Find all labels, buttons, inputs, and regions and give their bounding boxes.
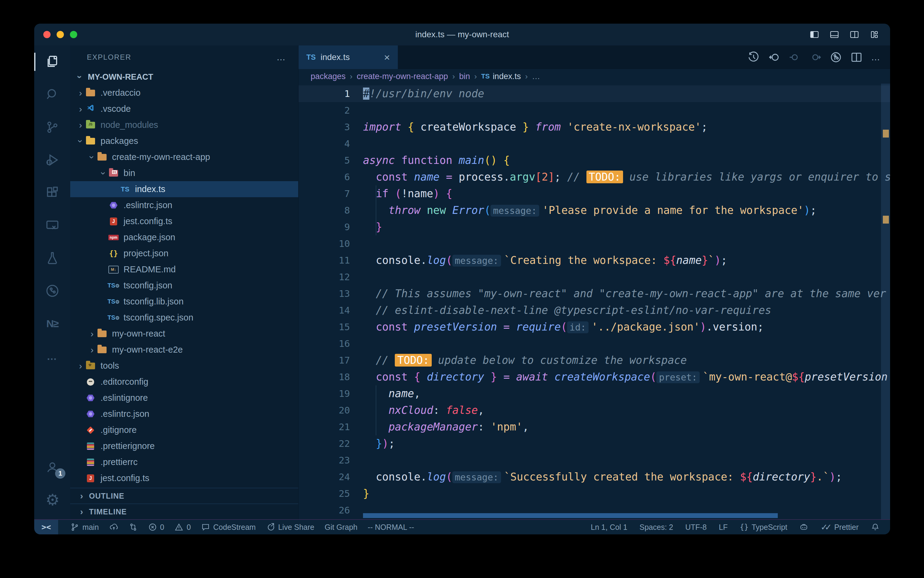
git-graph-status[interactable]: Git Graph [325, 523, 357, 532]
activity-more-views[interactable]: … [34, 340, 70, 373]
tree-item-.vscode[interactable]: ›.vscode [70, 101, 298, 117]
warnings-status[interactable]: 0 [175, 523, 191, 532]
tree-item-.eslintrc.json[interactable]: .eslintrc.json [70, 197, 298, 213]
code-line[interactable]: 10 [298, 235, 890, 252]
indentation-status[interactable]: Spaces: 2 [639, 523, 673, 532]
activity-extensions[interactable] [34, 176, 70, 209]
remote-indicator[interactable]: >< [34, 520, 58, 534]
tab-index-ts[interactable]: TS index.ts × [298, 45, 398, 69]
tree-item-create-my-own-react-app[interactable]: ›create-my-own-react-app [70, 149, 298, 165]
code-line[interactable]: 8 throw new Error(message:'Please provid… [298, 202, 890, 219]
tree-item-bin[interactable]: ›01bin [70, 165, 298, 181]
tree-item-jest.config.ts[interactable]: Jjest.config.ts [70, 470, 298, 486]
timeline-section-header[interactable]: › TIMELINE [70, 503, 298, 519]
code-line[interactable]: 3import { createWorkspace } from 'create… [298, 119, 890, 135]
tree-item-.verdaccio[interactable]: ›.verdaccio [70, 85, 298, 101]
code-line[interactable]: 25} [298, 485, 890, 502]
encoding-status[interactable]: UTF-8 [685, 523, 707, 532]
tree-item-readme.md[interactable]: M↓README.md [70, 261, 298, 278]
activity-run-and-debug[interactable] [34, 144, 70, 176]
tree-item-package.json[interactable]: npmpackage.json [70, 229, 298, 245]
code-line[interactable]: 16 [298, 335, 890, 352]
activity-gitlens[interactable] [34, 274, 70, 307]
tree-item-tools[interactable]: ›⚒tools [70, 358, 298, 374]
code-editor[interactable]: 1#!/usr/bin/env node23import { createWor… [298, 84, 890, 519]
code-line[interactable]: 7 if (!name) { [298, 185, 890, 202]
activity-search[interactable] [34, 78, 70, 111]
toggle-sidebar-icon[interactable] [809, 30, 820, 39]
activity-settings[interactable]: ⚙ [34, 484, 70, 516]
code-line[interactable]: 9 } [298, 219, 890, 235]
activity-remote-explorer[interactable] [34, 209, 70, 242]
language-status[interactable]: {}TypeScript [740, 523, 787, 532]
errors-status[interactable]: 0 [148, 523, 164, 532]
breadcrumb-item--[interactable]: … [532, 72, 540, 81]
split-editor-icon[interactable] [850, 51, 863, 63]
tree-item-.gitignore[interactable]: .gitignore [70, 422, 298, 438]
code-line[interactable]: 13 // This assumes "my-own-react" and "c… [298, 285, 890, 302]
live-share-status[interactable]: Live Share [266, 523, 315, 532]
tree-item-.eslintignore[interactable]: .eslintignore [70, 390, 298, 406]
close-tab-icon[interactable]: × [384, 52, 390, 63]
code-line[interactable]: 15 const presetVersion = require(id:'../… [298, 319, 890, 335]
breadcrumb-item-index.ts[interactable]: TSindex.ts [481, 72, 521, 81]
cursor-position[interactable]: Ln 1, Col 1 [591, 523, 627, 532]
activity-explorer[interactable] [34, 45, 70, 78]
tree-item-my-own-react[interactable]: ›my-own-react [70, 326, 298, 342]
code-line[interactable]: 2 [298, 102, 890, 119]
breadcrumb-item-create-my-own-react-app[interactable]: create-my-own-react-app [357, 72, 448, 81]
code-line[interactable]: 5async function main() { [298, 152, 890, 169]
customize-layout-icon[interactable] [869, 30, 880, 39]
git-compare-status[interactable] [129, 523, 138, 532]
outline-section-header[interactable]: › OUTLINE [70, 488, 298, 503]
breadcrumb-item-packages[interactable]: packages [311, 72, 346, 81]
activity-accounts[interactable]: 1 [34, 451, 70, 484]
code-line[interactable]: 17 // TODO: update below to customize th… [298, 352, 890, 369]
tree-item-tsconfig.json[interactable]: TS⚙tsconfig.json [70, 278, 298, 294]
code-line[interactable]: 18 const { directory } = await createWor… [298, 369, 890, 385]
prettier-status[interactable]: ✓✓Prettier [820, 522, 859, 532]
code-line[interactable]: 11 console.log(message:`Creating the wor… [298, 252, 890, 269]
tree-item-project.json[interactable]: {}project.json [70, 245, 298, 261]
more-actions-icon[interactable]: … [871, 52, 881, 62]
navigate-back-icon[interactable] [768, 51, 780, 63]
code-line[interactable]: 23 [298, 452, 890, 469]
code-line[interactable]: 12 [298, 269, 890, 285]
open-changes-icon[interactable] [830, 51, 842, 63]
code-line[interactable]: 4 [298, 135, 890, 152]
vim-mode-status[interactable]: -- NORMAL -- [368, 523, 414, 532]
tree-item-tsconfig.spec.json[interactable]: TS⚙tsconfig.spec.json [70, 310, 298, 326]
tree-item-tsconfig.lib.json[interactable]: TS⚙tsconfig.lib.json [70, 294, 298, 310]
breadcrumb-item-bin[interactable]: bin [459, 72, 470, 81]
activity-nx-console[interactable]: N≥ [34, 307, 70, 340]
tree-item-node-modules[interactable]: ›JSnode_modules [70, 117, 298, 133]
code-line[interactable]: 21 packageManager: 'npm', [298, 419, 890, 435]
activity-source-control[interactable] [34, 111, 70, 144]
sidebar-actions-button[interactable]: … [277, 52, 286, 62]
notifications-bell[interactable] [871, 523, 880, 532]
split-editor-right-icon[interactable] [849, 30, 860, 39]
tree-item-.prettierignore[interactable]: .prettierignore [70, 438, 298, 454]
tree-item-packages[interactable]: ›packages [70, 133, 298, 149]
code-line[interactable]: 6 const name = process.argv[2]; // TODO:… [298, 169, 890, 185]
activity-testing[interactable] [34, 242, 70, 274]
code-line[interactable]: 19 name, [298, 385, 890, 402]
publish-status[interactable] [109, 523, 118, 532]
horizontal-scrollbar[interactable] [363, 513, 778, 518]
codestream-status[interactable]: CodeStream [201, 523, 256, 532]
previous-change-icon[interactable] [789, 51, 801, 63]
tree-item-.editorconfig[interactable]: .editorconfig [70, 374, 298, 390]
timeline-history-icon[interactable] [748, 51, 760, 63]
next-change-icon[interactable] [809, 51, 821, 63]
code-line[interactable]: 1#!/usr/bin/env node [298, 85, 890, 102]
tree-item-jest.config.ts[interactable]: Jjest.config.ts [70, 213, 298, 229]
vertical-scrollbar[interactable] [881, 84, 890, 519]
tree-item-.eslintrc.json[interactable]: .eslintrc.json [70, 406, 298, 422]
code-line[interactable]: 24 console.log(message:`Successfully cre… [298, 469, 890, 485]
branch-status[interactable]: main [70, 523, 99, 532]
eol-status[interactable]: LF [719, 523, 728, 532]
code-line[interactable]: 14 // eslint-disable-next-line @typescri… [298, 302, 890, 319]
tree-item-.prettierrc[interactable]: .prettierrc [70, 454, 298, 470]
code-line[interactable]: 20 nxCloud: false, [298, 402, 890, 419]
code-line[interactable]: 22 }); [298, 435, 890, 452]
